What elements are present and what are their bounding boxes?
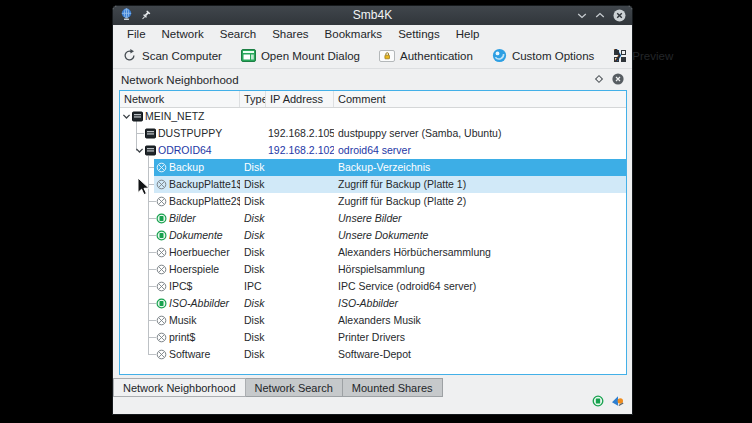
tree-row-hoerspiele[interactable]: HoerspieleDiskHörspielsammlung <box>120 261 626 278</box>
entry-type: Disk <box>240 159 266 176</box>
column-header-network[interactable]: Network <box>120 91 240 107</box>
window-title: Smb4K <box>113 6 632 25</box>
expander-icon[interactable] <box>122 112 131 121</box>
entry-type: Disk <box>240 295 266 312</box>
entry-ip: 192.168.2.102 <box>266 142 334 159</box>
entry-name: Bilder <box>169 210 196 227</box>
entry-type: Disk <box>240 244 266 261</box>
menu-shares[interactable]: Shares <box>264 25 316 43</box>
entry-ip <box>266 295 334 312</box>
tree-row-backupplatte2[interactable]: BackupPlatte2$DiskZugriff für Backup (Pl… <box>120 193 626 210</box>
toolbar-button-label: Custom Options <box>512 50 594 62</box>
tree-row-iso-abbilder[interactable]: ISO-AbbilderDiskISO-Abbilder <box>120 295 626 312</box>
entry-comment: Zugriff für Backup (Platte 2) <box>334 193 626 210</box>
column-header-type[interactable]: Type <box>240 91 266 107</box>
titlebar[interactable]: Smb4K <box>113 6 632 25</box>
entry-name: Dokumente <box>169 227 223 244</box>
tab-network-neighborhood[interactable]: Network Neighborhood <box>113 378 246 397</box>
entry-type: IPC <box>240 278 266 295</box>
entry-ip <box>266 210 334 227</box>
share-mounted-icon <box>156 213 167 224</box>
entry-comment: Unsere Bilder <box>334 210 626 227</box>
entry-comment: dustpuppy server (Samba, Ubuntu) <box>334 125 626 142</box>
entry-comment <box>334 108 626 125</box>
menu-settings[interactable]: Settings <box>390 25 448 43</box>
share-icon <box>156 162 167 173</box>
close-panel-icon[interactable] <box>612 73 624 87</box>
entry-ip <box>266 227 334 244</box>
share-icon <box>156 315 167 326</box>
network-icon <box>132 111 143 122</box>
open-mount-dialog-button[interactable]: Open Mount Dialog <box>241 49 360 62</box>
entry-name: print$ <box>169 329 195 346</box>
share-icon <box>156 247 167 258</box>
authentication-button[interactable]: Authentication <box>379 50 473 62</box>
entry-ip <box>266 346 334 363</box>
share-icon <box>156 264 167 275</box>
toolbar-button-label: Scan Computer <box>142 50 222 62</box>
entry-ip <box>266 193 334 210</box>
entry-type: Disk <box>240 176 266 193</box>
entry-name: Backup <box>169 159 204 176</box>
tab-network-search[interactable]: Network Search <box>246 378 343 397</box>
tree-row-backup[interactable]: BackupDiskBackup-Verzeichnis <box>120 159 626 176</box>
entry-name: MEIN_NETZ <box>145 108 205 125</box>
entry-type: Disk <box>240 193 266 210</box>
dock-title: Network Neighborhood <box>121 74 594 86</box>
toolbar-overflow-icon[interactable]: ❯ <box>612 47 623 62</box>
menu-search[interactable]: Search <box>212 25 264 43</box>
entry-comment: ISO-Abbilder <box>334 295 626 312</box>
entry-type <box>240 125 266 142</box>
entry-comment: Hörspielsammlung <box>334 261 626 278</box>
entry-name: Hoerbuecher <box>169 244 230 261</box>
entry-comment: Software-Depot <box>334 346 626 363</box>
share-icon <box>156 281 167 292</box>
share-icon <box>156 179 167 190</box>
entry-type <box>240 108 266 125</box>
entry-ip <box>266 261 334 278</box>
tree-row-dustpuppy[interactable]: DUSTPUPPY192.168.2.105dustpuppy server (… <box>120 125 626 142</box>
entry-comment: Alexanders Musik <box>334 312 626 329</box>
entry-name: ODROID64 <box>158 142 212 159</box>
scan-computer-button[interactable]: Scan Computer <box>122 48 222 63</box>
entry-type: Disk <box>240 227 266 244</box>
tree-row-dokumente[interactable]: DokumenteDiskUnsere Dokumente <box>120 227 626 244</box>
share-mounted-icon <box>156 298 167 309</box>
toolbar-button-label: Authentication <box>400 50 473 62</box>
tree-row-bilder[interactable]: BilderDiskUnsere Bilder <box>120 210 626 227</box>
network-tree: NetworkTypeIP AddressComment MEIN_NETZDU… <box>119 90 627 375</box>
menu-file[interactable]: File <box>119 25 154 43</box>
menu-bookmarks[interactable]: Bookmarks <box>317 25 391 43</box>
float-panel-icon[interactable] <box>594 74 604 86</box>
tree-row-software[interactable]: SoftwareDiskSoftware-Depot <box>120 346 626 363</box>
column-header-ip-address[interactable]: IP Address <box>266 91 334 107</box>
menu-help[interactable]: Help <box>448 25 488 43</box>
entry-ip <box>266 312 334 329</box>
smb4k-window: Smb4K FileNetworkSearchSharesBookmarksSe… <box>112 5 633 415</box>
entry-type: Disk <box>240 346 266 363</box>
entry-type: Disk <box>240 210 266 227</box>
maximize-icon[interactable] <box>595 11 605 20</box>
menu-network[interactable]: Network <box>154 25 212 43</box>
tree-row-hoerbuecher[interactable]: HoerbuecherDiskAlexanders Hörbüchersamml… <box>120 244 626 261</box>
tab-mounted-shares[interactable]: Mounted Shares <box>343 378 443 397</box>
custom-options-button[interactable]: Custom Options <box>492 48 594 63</box>
tree-row-musik[interactable]: MusikDiskAlexanders Musik <box>120 312 626 329</box>
close-icon[interactable] <box>613 9 626 22</box>
minimize-icon[interactable] <box>577 11 587 20</box>
tree-row-backupplatte1[interactable]: BackupPlatte1$DiskZugriff für Backup (Pl… <box>120 176 626 193</box>
column-header-comment[interactable]: Comment <box>334 91 626 107</box>
entry-name: IPC$ <box>169 278 192 295</box>
network-status-icon <box>611 393 624 411</box>
statusbar-icons <box>592 393 624 411</box>
entry-name: ISO-Abbilder <box>169 295 229 312</box>
tree-row-odroid64[interactable]: ODROID64192.168.2.102odroid64 server <box>120 142 626 159</box>
tree-row-print[interactable]: print$DiskPrinter Drivers <box>120 329 626 346</box>
tree-body: MEIN_NETZDUSTPUPPY192.168.2.105dustpuppy… <box>120 108 626 363</box>
expander-icon[interactable] <box>135 146 144 155</box>
tree-row-mein-netz[interactable]: MEIN_NETZ <box>120 108 626 125</box>
mount-dialog-icon <box>241 49 256 62</box>
tree-row-ipc[interactable]: IPC$IPCIPC Service (odroid64 server) <box>120 278 626 295</box>
entry-name: BackupPlatte1$ <box>169 176 240 193</box>
entry-ip <box>266 329 334 346</box>
